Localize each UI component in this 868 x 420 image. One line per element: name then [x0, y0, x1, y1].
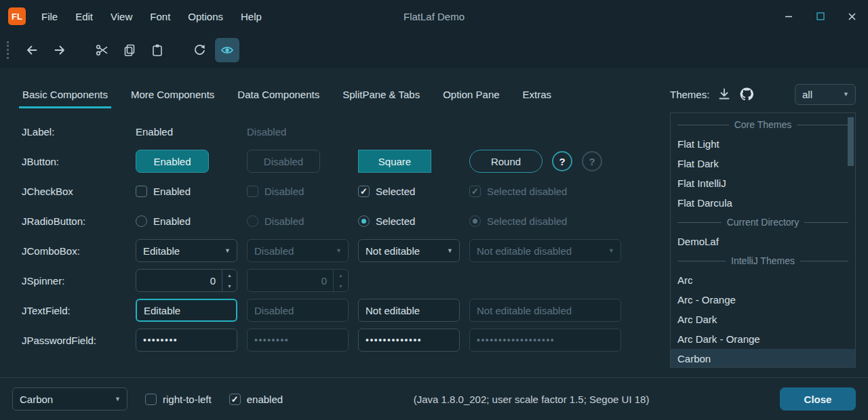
tab-basic-components[interactable]: Basic Components	[11, 80, 119, 108]
row-label-jcombobox: JComboBox:	[22, 245, 136, 257]
back-button[interactable]	[20, 38, 44, 62]
window-maximize-button[interactable]	[804, 0, 836, 33]
password-field-editable[interactable]: ••••••••	[136, 329, 237, 352]
app-logo: FL	[8, 7, 26, 25]
jlabel-row: JLabel: Enabled Disabled	[22, 117, 670, 146]
textfield-not-editable[interactable]: Not editable	[358, 299, 460, 322]
password-field-not-editable[interactable]: •••••••••••••	[358, 329, 460, 352]
tab-option-pane[interactable]: Option Pane	[431, 80, 511, 108]
right-to-left-checkbox[interactable]: right-to-left	[145, 394, 212, 405]
row-label-jbutton: JButton:	[22, 156, 136, 167]
combobox-editable[interactable]: Editable▼	[136, 239, 237, 262]
chevron-down-icon[interactable]: ▼	[224, 247, 231, 254]
chevron-down-icon[interactable]: ▼	[115, 396, 121, 402]
theme-item[interactable]: Arc Dark	[671, 310, 855, 329]
themes-label: Themes:	[670, 89, 709, 100]
eye-icon	[220, 43, 234, 57]
spinner-down-icon[interactable]: ▼	[222, 280, 237, 291]
row-label-jtextfield: JTextField:	[22, 305, 136, 316]
copy-button[interactable]	[117, 38, 142, 62]
status-bar: Carbon ▼ right-to-left enabled (Java 1.8…	[0, 377, 868, 420]
close-button[interactable]: Close	[780, 387, 856, 411]
cut-button[interactable]	[90, 38, 114, 62]
back-icon	[25, 43, 39, 57]
spinner-up-icon[interactable]: ▲	[222, 270, 237, 280]
theme-list: Core ThemesFlat LightFlat DarkFlat Intel…	[670, 112, 856, 368]
menu-view[interactable]: View	[102, 7, 141, 26]
row-label-jspinner: JSpinner:	[22, 275, 136, 287]
theme-filter-combobox[interactable]: all ▼	[795, 84, 856, 105]
textfield-editable[interactable]: Editable	[136, 299, 237, 322]
radio-selected-icon	[469, 215, 481, 227]
checkbox-checked-icon	[358, 186, 370, 197]
menu-edit[interactable]: Edit	[66, 7, 102, 26]
spinner-disabled: 0 ▲▼	[247, 269, 349, 292]
jbutton-square[interactable]: Square	[358, 150, 431, 173]
checkbox-enabled[interactable]: Enabled	[136, 186, 191, 197]
menu-file[interactable]: File	[33, 7, 66, 26]
checkbox-checked-icon	[469, 186, 481, 197]
enabled-checkbox[interactable]: enabled	[229, 394, 283, 405]
maximize-icon	[816, 12, 825, 20]
help-button-disabled: ?	[582, 151, 602, 171]
radio-selected[interactable]: Selected	[358, 215, 415, 227]
radio-icon	[136, 215, 147, 227]
theme-item[interactable]: Flat IntelliJ	[671, 173, 855, 193]
download-icon[interactable]	[717, 87, 731, 101]
tab-extras[interactable]: Extras	[511, 80, 564, 108]
chevron-down-icon[interactable]: ▼	[447, 247, 453, 254]
radio-selected-disabled: Selected disabled	[469, 215, 567, 227]
forward-icon	[53, 43, 66, 57]
combobox-not-editable-disabled: Not editable disabled▼	[469, 239, 621, 262]
radio-enabled[interactable]: Enabled	[136, 215, 191, 227]
spinner-up-icon: ▲	[334, 270, 348, 280]
spinner-down-icon: ▼	[334, 280, 348, 291]
jbutton-enabled[interactable]: Enabled	[136, 150, 209, 173]
radio-icon	[247, 215, 258, 227]
minimize-icon	[785, 12, 793, 20]
github-icon[interactable]	[739, 87, 754, 102]
jbutton-round[interactable]: Round	[469, 150, 542, 173]
theme-item[interactable]: Arc - Orange	[671, 290, 855, 310]
window-controls	[772, 0, 868, 33]
checkbox-icon	[145, 394, 157, 405]
spinner-enabled[interactable]: 0 ▲▼	[136, 269, 237, 292]
theme-selector-combobox[interactable]: Carbon ▼	[12, 387, 127, 411]
tab-splitpane-tabs[interactable]: SplitPane & Tabs	[331, 80, 431, 108]
checkbox-selected[interactable]: Selected	[358, 186, 415, 197]
checkbox-icon	[247, 186, 258, 197]
tab-more-components[interactable]: More Components	[119, 80, 226, 108]
theme-item[interactable]: DemoLaf	[671, 232, 855, 251]
window-close-button[interactable]	[836, 0, 868, 33]
tab-data-components[interactable]: Data Components	[226, 80, 331, 108]
window-minimize-button[interactable]	[772, 0, 804, 33]
theme-item[interactable]: Arc Dark - Orange	[671, 329, 855, 349]
jbutton-row: JButton: Enabled Disabled Square Round ?…	[22, 146, 670, 176]
scrollbar-thumb[interactable]	[848, 117, 854, 166]
paste-button[interactable]	[145, 38, 170, 62]
combobox-not-editable[interactable]: Not editable▼	[358, 239, 460, 262]
forward-button[interactable]	[47, 38, 72, 62]
theme-item[interactable]: Flat Dark	[671, 154, 855, 173]
chevron-down-icon: ▼	[336, 247, 342, 254]
jcheckbox-row: JCheckBox Enabled Disabled Selected Sele…	[22, 176, 670, 206]
jspinner-row: JSpinner: 0 ▲▼ 0 ▲▼	[22, 266, 670, 295]
theme-item[interactable]: Carbon	[671, 349, 855, 368]
chevron-down-icon: ▼	[608, 247, 614, 254]
menu-font[interactable]: Font	[141, 7, 179, 26]
theme-item[interactable]: Flat Darcula	[671, 193, 855, 213]
main-area: Basic ComponentsMore ComponentsData Comp…	[0, 68, 868, 377]
checkbox-icon	[136, 186, 147, 197]
toolbar-grip[interactable]	[7, 41, 11, 59]
jbutton-disabled: Disabled	[247, 150, 320, 173]
theme-item[interactable]: Flat Light	[671, 134, 855, 154]
password-field-not-editable-disabled: ••••••••••••••••••	[469, 329, 621, 352]
menu-help[interactable]: Help	[232, 7, 271, 26]
show-hidden-toggle-button[interactable]	[215, 38, 239, 62]
chevron-down-icon[interactable]: ▼	[843, 91, 849, 98]
menu-options[interactable]: Options	[179, 7, 232, 26]
cut-icon	[95, 43, 108, 57]
theme-item[interactable]: Arc	[671, 270, 855, 290]
help-button[interactable]: ?	[552, 151, 572, 171]
refresh-button[interactable]	[187, 38, 212, 62]
